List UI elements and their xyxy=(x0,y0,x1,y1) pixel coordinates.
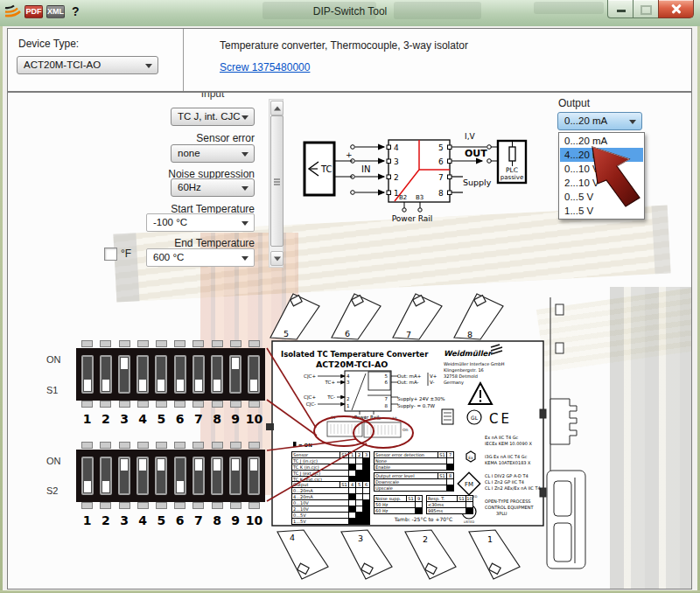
dip-switch-s2-3 xyxy=(115,442,133,510)
device-terminal-8: 8 xyxy=(467,330,472,339)
scrollbar-thumb[interactable] xyxy=(270,115,284,247)
chevron-down-icon xyxy=(242,152,248,157)
in-label: IN xyxy=(361,164,370,174)
cert-ul-1: OPEN-TYPE PROCESS xyxy=(485,499,531,504)
dip-switch-s1-1 xyxy=(78,340,96,408)
end-temperature-select[interactable]: 600 °C xyxy=(146,248,255,267)
background-photo-dark-modules xyxy=(610,287,691,589)
noise-suppression-value: 60Hz xyxy=(178,182,201,192)
terminal-4: 4 xyxy=(394,143,399,152)
sensor-error-value: none xyxy=(178,148,200,158)
dip-number: 2 xyxy=(96,513,115,527)
sch-n1: 1 xyxy=(346,403,350,408)
sch-supply-plus: Supply+ 24V ±30% xyxy=(397,396,444,402)
output-error-table: Output error levelS18DownscaleUpscale xyxy=(374,472,454,492)
terminal-1: 1 xyxy=(394,189,399,198)
sensor-error-label: Sensor error xyxy=(141,132,255,144)
device-terminal-7: 7 xyxy=(406,330,411,339)
fahrenheit-label: °F xyxy=(121,248,131,260)
output-section-label: Output xyxy=(558,97,590,109)
dip-number: 6 xyxy=(171,513,189,527)
dip-switch-s2-2 xyxy=(96,442,115,510)
b3-label: B3 xyxy=(416,194,424,201)
power-rail-label: Power Rail xyxy=(392,214,433,223)
dip-switch-s2-5 xyxy=(152,442,171,510)
minimize-button[interactable] xyxy=(607,0,634,18)
maximize-button[interactable] xyxy=(633,0,660,18)
scroll-up-button[interactable] xyxy=(270,101,284,115)
dip-number: 10 xyxy=(245,412,263,426)
dip-number: 5 xyxy=(152,513,171,527)
terminal-6: 6 xyxy=(438,157,444,166)
device-type-select[interactable]: ACT20M-TCI-AO xyxy=(17,56,158,74)
sch-tc-minus: TC- xyxy=(326,394,335,400)
device-terminal-b3: 3 xyxy=(358,534,363,543)
dip-switch-s1-3 xyxy=(115,340,133,408)
header-panel: Device Type: ACT20M-TCI-AO Temperature c… xyxy=(7,28,692,92)
sensor-error-select[interactable]: none xyxy=(171,144,255,163)
output-select[interactable]: 0...20 mA xyxy=(557,112,642,130)
noise-suppression-select[interactable]: 60Hz xyxy=(171,178,255,197)
fahrenheit-checkbox[interactable] xyxy=(104,248,117,261)
chevron-down-icon xyxy=(145,64,152,68)
sch-n7: 7 xyxy=(385,396,388,401)
close-button[interactable] xyxy=(658,0,694,18)
start-temperature-select[interactable]: -100 °C xyxy=(146,213,255,232)
start-temperature-value: -100 °C xyxy=(153,217,187,227)
sch-n3: 3 xyxy=(346,380,350,385)
output-option[interactable]: 0...5 V xyxy=(560,190,643,204)
dip-bank-s1: 12345678910 xyxy=(76,340,265,428)
dip-switch-s2-7 xyxy=(189,442,207,510)
window-title: DIP-Switch Tool xyxy=(0,5,700,17)
cert-fm-1: CL I DIV2 GP A-D T4 xyxy=(485,473,528,478)
tc-label: TC xyxy=(320,164,332,174)
order-number-link[interactable]: Screw 1375480000 xyxy=(220,61,310,73)
chevron-down-icon xyxy=(242,186,248,191)
dip-switch-s1-4 xyxy=(134,340,152,408)
output-option[interactable]: 0...20 mA xyxy=(560,134,643,148)
output-selected-value: 0...20 mA xyxy=(564,115,607,126)
response-table: Resp. T.S110<30ms985ms xyxy=(426,495,473,514)
dip-switch-s1-5 xyxy=(152,340,171,408)
b2-label: B2 xyxy=(399,194,407,201)
scroll-down-button[interactable] xyxy=(270,251,284,266)
noise-table: Noise supp.S1950 Hz60 Hz xyxy=(374,495,423,514)
brand-address-2: Klingenbergstr. 16 xyxy=(444,367,484,373)
sch-cjc-plus: CJC+ xyxy=(304,373,316,380)
input-scrollbar[interactable] xyxy=(269,99,284,268)
output-option[interactable]: 2...10 V xyxy=(560,176,643,190)
output-dropdown-list: 0...20 mA4...20 mA0...10 V2...10 V0...5 … xyxy=(558,132,645,220)
dip-switch-s2-6 xyxy=(171,442,189,510)
output-option[interactable]: 1...5 V xyxy=(560,204,643,218)
main-panel: Input TC J, int. CJC Sensor error none N… xyxy=(7,92,692,590)
dip-number: 3 xyxy=(115,412,133,426)
dip-number: 8 xyxy=(207,513,226,527)
supply-label: Supply xyxy=(463,178,492,187)
title-bar: PDF XML ? DIP-Switch Tool xyxy=(0,0,700,27)
sch-cjc-plus2: CJC+ xyxy=(304,394,316,401)
output-option[interactable]: 0...10 V xyxy=(560,162,643,176)
output-option[interactable]: 4...20 mA xyxy=(560,148,643,162)
dip-number: 9 xyxy=(227,513,245,527)
end-temperature-value: 600 °C xyxy=(153,252,184,262)
brand-address-1: Weidmüller Interface GmbH xyxy=(444,361,505,366)
terminal-5: 5 xyxy=(438,143,444,152)
sch-v-minus: V- xyxy=(430,380,434,385)
cert-ul-3: 3PLU xyxy=(496,511,508,516)
sch-supply-minus: Supply- = 0.7W xyxy=(397,403,435,409)
sch-v-plus: V+ xyxy=(430,373,438,379)
s1-name-label: S1 xyxy=(46,385,58,395)
dip-number: 4 xyxy=(134,513,152,527)
dip-switch-s2-9 xyxy=(227,442,245,510)
cert-fm-2: CL I Zn2 GP IIC T4 xyxy=(485,479,524,485)
mini-one-label: 1 xyxy=(364,415,367,420)
input-section-label-clip: Input xyxy=(171,93,255,100)
sch-cjc-minus: CJC- xyxy=(306,401,316,408)
plc-label: PLC xyxy=(506,166,518,174)
cert-fm-3: CL I Zn2 AEx/Ex nA IIC T4 xyxy=(485,485,541,491)
input-section-label: Input xyxy=(171,93,255,100)
sensor-type-select[interactable]: TC J, int. CJC xyxy=(171,108,255,126)
device-terminal-5: 5 xyxy=(284,329,289,338)
chevron-down-icon xyxy=(242,256,248,261)
dip-switch-s1-8 xyxy=(207,340,226,408)
